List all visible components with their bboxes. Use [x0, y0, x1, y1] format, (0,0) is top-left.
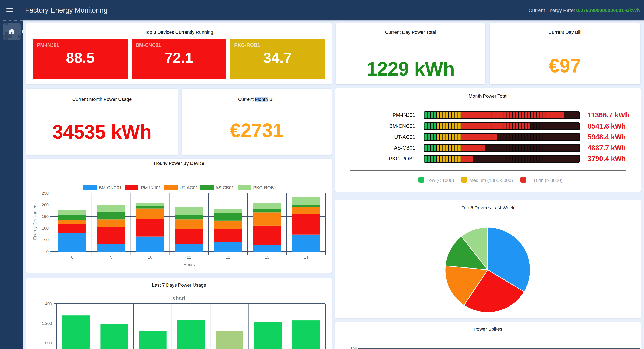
svg-text:BM-CNC01: BM-CNC01	[99, 185, 122, 190]
svg-text:AS-CB01: AS-CB01	[394, 145, 415, 151]
svg-text:Energy Consumed: Energy Consumed	[32, 205, 37, 240]
svg-text:1,200: 1,200	[42, 321, 52, 326]
svg-text:PM-INJ01: PM-INJ01	[392, 112, 415, 118]
svg-text:200: 200	[42, 203, 48, 207]
svg-text:Hours: Hours	[183, 262, 195, 267]
svg-text:11366.7 kWh: 11366.7 kWh	[588, 111, 629, 119]
svg-text:50: 50	[44, 238, 48, 242]
svg-text:0: 0	[46, 249, 48, 254]
svg-text:4887.7 kWh: 4887.7 kWh	[588, 144, 626, 152]
svg-text:11: 11	[187, 255, 191, 259]
svg-text:250: 250	[42, 191, 48, 195]
svg-text:AS-CB01: AS-CB01	[215, 185, 234, 190]
svg-text:PM-INJ01: PM-INJ01	[141, 185, 161, 190]
svg-text:PKG-ROB1: PKG-ROB1	[389, 156, 415, 162]
svg-text:130: 130	[350, 347, 357, 349]
svg-text:5948.4 kWh: 5948.4 kWh	[588, 133, 626, 141]
svg-text:8: 8	[71, 255, 74, 259]
svg-text:13: 13	[265, 255, 269, 259]
svg-text:1,000: 1,000	[42, 341, 52, 345]
svg-text:3790.4 kWh: 3790.4 kWh	[588, 155, 626, 163]
svg-text:chart: chart	[173, 295, 186, 301]
svg-text:Medium (1000-3000): Medium (1000-3000)	[469, 178, 513, 183]
svg-text:14: 14	[304, 255, 308, 259]
svg-text:9: 9	[110, 255, 112, 259]
svg-text:1,400: 1,400	[42, 302, 52, 306]
svg-text:UT-AC01: UT-AC01	[394, 134, 415, 140]
svg-text:10: 10	[148, 255, 152, 259]
svg-text:High (> 3000): High (> 3000)	[534, 178, 562, 183]
svg-text:PKG-ROB1: PKG-ROB1	[253, 185, 276, 190]
svg-text:100: 100	[42, 226, 48, 231]
svg-text:Low (< 1000): Low (< 1000)	[426, 178, 454, 183]
svg-text:150: 150	[42, 214, 48, 219]
svg-text:12: 12	[226, 255, 230, 259]
svg-text:UT-AC01: UT-AC01	[180, 185, 198, 190]
svg-text:8541.6 kWh: 8541.6 kWh	[588, 122, 626, 130]
svg-text:BM-CNC01: BM-CNC01	[389, 123, 415, 129]
